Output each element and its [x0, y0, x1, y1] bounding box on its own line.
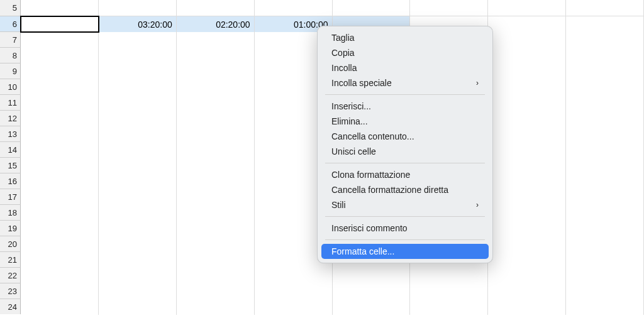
cell[interactable] — [99, 252, 177, 268]
cell[interactable] — [177, 0, 255, 16]
menu-item-merge-cells[interactable]: Unisci celle — [321, 144, 489, 159]
row-header[interactable]: 13 — [0, 126, 21, 141]
cell[interactable] — [99, 205, 177, 221]
cell[interactable] — [177, 299, 255, 315]
cell[interactable] — [255, 0, 333, 16]
row-header[interactable]: 17 — [0, 189, 21, 204]
cell[interactable] — [566, 79, 644, 95]
cell[interactable] — [566, 142, 644, 158]
cell[interactable] — [177, 221, 255, 236]
row-header[interactable]: 11 — [0, 94, 21, 110]
menu-item-cut[interactable]: Taglia — [321, 30, 489, 45]
row-header[interactable]: 10 — [0, 79, 21, 94]
cell[interactable] — [566, 126, 644, 142]
cell[interactable] — [566, 283, 644, 299]
menu-item-paste-special[interactable]: Incolla speciale › — [321, 75, 489, 90]
menu-item-delete[interactable]: Elimina... — [321, 114, 489, 129]
menu-item-clear-direct-format[interactable]: Cancella formattazione diretta — [321, 182, 489, 197]
cell[interactable] — [566, 16, 644, 32]
cell[interactable] — [177, 158, 255, 173]
cell[interactable] — [99, 48, 177, 63]
row-header[interactable]: 14 — [0, 141, 21, 157]
cell[interactable] — [333, 268, 411, 283]
cell[interactable] — [410, 0, 488, 16]
active-cell[interactable] — [21, 16, 99, 32]
cell[interactable] — [566, 158, 644, 173]
cell[interactable] — [488, 252, 566, 268]
row-header[interactable]: 6 — [0, 16, 21, 31]
cell[interactable] — [488, 0, 566, 16]
cell[interactable] — [488, 111, 566, 126]
row-header[interactable]: 22 — [0, 267, 21, 283]
cell[interactable] — [177, 142, 255, 158]
cell[interactable] — [566, 299, 644, 315]
cell[interactable] — [99, 299, 177, 315]
cell[interactable] — [566, 236, 644, 252]
row-header[interactable]: 12 — [0, 110, 21, 126]
cell[interactable] — [566, 252, 644, 268]
cell[interactable] — [177, 111, 255, 126]
cell[interactable]: 03:20:00 — [99, 16, 177, 32]
cell[interactable] — [566, 173, 644, 189]
cell[interactable] — [21, 299, 99, 315]
cell[interactable] — [99, 236, 177, 252]
menu-item-clear-content[interactable]: Cancella contenuto... — [321, 129, 489, 144]
cell[interactable] — [99, 111, 177, 126]
cell[interactable] — [566, 221, 644, 236]
cell[interactable] — [488, 189, 566, 205]
cell[interactable] — [99, 0, 177, 16]
cell[interactable] — [488, 32, 566, 48]
row-header[interactable]: 16 — [0, 173, 21, 189]
cell[interactable] — [488, 299, 566, 315]
cell[interactable] — [488, 158, 566, 173]
cell[interactable] — [21, 252, 99, 268]
cell[interactable] — [566, 111, 644, 126]
cell[interactable] — [21, 173, 99, 189]
row-header[interactable]: 7 — [0, 31, 21, 47]
cell[interactable] — [410, 283, 488, 299]
cell[interactable] — [255, 268, 333, 283]
cell[interactable] — [99, 79, 177, 95]
cell[interactable] — [177, 63, 255, 79]
row-header[interactable]: 20 — [0, 236, 21, 251]
cell[interactable] — [488, 48, 566, 63]
cell[interactable] — [566, 0, 644, 16]
row-header[interactable]: 5 — [0, 0, 21, 16]
cell[interactable] — [99, 95, 177, 111]
cell[interactable] — [21, 111, 99, 126]
cell[interactable] — [410, 268, 488, 283]
menu-item-styles[interactable]: Stili › — [321, 197, 489, 212]
cell[interactable] — [21, 142, 99, 158]
cell[interactable] — [99, 32, 177, 48]
cell[interactable] — [566, 268, 644, 283]
cell[interactable] — [99, 63, 177, 79]
row-header[interactable]: 18 — [0, 204, 21, 220]
menu-item-copy[interactable]: Copia — [321, 45, 489, 60]
cell[interactable] — [21, 158, 99, 173]
cell[interactable] — [488, 205, 566, 221]
row-header[interactable]: 24 — [0, 299, 21, 314]
cell[interactable] — [99, 221, 177, 236]
cell[interactable] — [177, 48, 255, 63]
cell[interactable] — [488, 142, 566, 158]
cell[interactable] — [21, 0, 99, 16]
cell[interactable] — [21, 126, 99, 142]
cell[interactable] — [410, 299, 488, 315]
cell[interactable] — [177, 268, 255, 283]
cell[interactable] — [99, 158, 177, 173]
cell[interactable] — [21, 268, 99, 283]
cell[interactable] — [177, 283, 255, 299]
cell[interactable] — [21, 63, 99, 79]
row-header[interactable]: 9 — [0, 63, 21, 79]
cell[interactable] — [333, 283, 411, 299]
menu-item-clone-format[interactable]: Clona formattazione — [321, 167, 489, 182]
cell[interactable] — [488, 283, 566, 299]
cell[interactable] — [21, 189, 99, 205]
cell[interactable] — [488, 95, 566, 111]
menu-item-insert-comment[interactable]: Inserisci commento — [321, 221, 489, 236]
cell[interactable] — [566, 205, 644, 221]
cell[interactable] — [21, 48, 99, 63]
cell[interactable] — [177, 173, 255, 189]
cell[interactable] — [21, 95, 99, 111]
cell[interactable] — [177, 95, 255, 111]
